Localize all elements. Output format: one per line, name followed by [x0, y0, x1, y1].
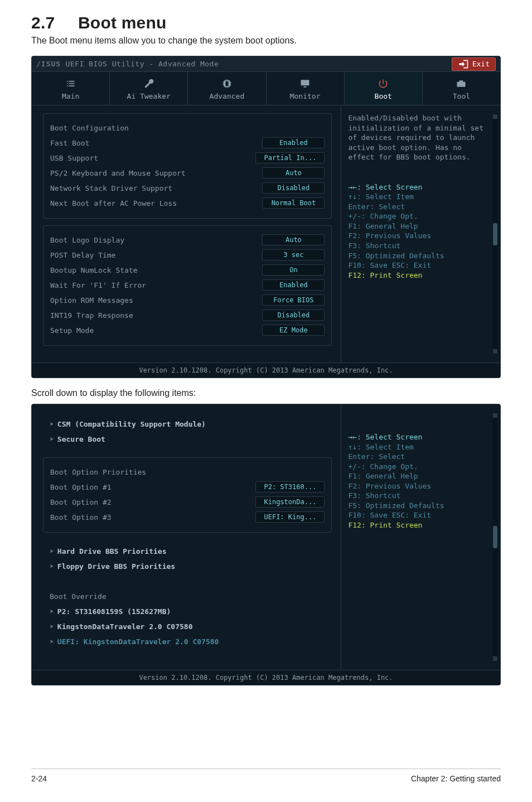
group-title: Boot Configuration	[50, 121, 325, 134]
bios-footer: Version 2.10.1208. Copyright (C) 2013 Am…	[32, 363, 500, 378]
bios-panel-boot: /ISUS UEFI BIOS Utility - Advanced Mode …	[31, 56, 501, 378]
row-value[interactable]: Auto	[262, 167, 325, 178]
tab-monitor-label: Monitor	[290, 92, 321, 100]
bios-left-pane: ➤CSM (Compatibility Support Module) ➤Sec…	[32, 404, 341, 670]
row-setup-mode[interactable]: Setup Mode EZ Mode	[50, 323, 325, 337]
group-title-text: Boot Option Priorities	[50, 468, 146, 476]
row-boot-option-1[interactable]: Boot Option #1 P2: ST3160...	[50, 480, 325, 494]
bios-left-pane: Boot Configuration Fast Boot Enabled USB…	[32, 105, 341, 363]
row-label: USB Support	[50, 154, 98, 162]
row-label: PS/2 Keyboard and Mouse Support	[50, 169, 186, 177]
row-value[interactable]: Normal Boot	[262, 197, 325, 209]
row-boot-logo[interactable]: Boot Logo Display Auto	[50, 233, 325, 247]
row-next-boot[interactable]: Next Boot after AC Power Loss Normal Boo…	[50, 196, 325, 210]
row-fast-boot[interactable]: Fast Boot Enabled	[50, 136, 325, 149]
row-value[interactable]: Auto	[262, 234, 325, 245]
row-value[interactable]: On	[262, 264, 325, 276]
keyhint: F2: Previous Values	[348, 481, 491, 491]
row-value[interactable]: KingstonDa...	[255, 496, 325, 508]
footer-chapter: Chapter 2: Getting started	[411, 774, 501, 783]
menu-rows-bbs: ➤Hard Drive BBS Priorities ➤Floppy Drive…	[43, 539, 332, 578]
row-secure-boot[interactable]: ➤Secure Boot	[50, 432, 325, 446]
scroll-down-icon[interactable]	[493, 349, 497, 354]
keyhint: Enter: Select	[348, 202, 491, 212]
row-floppy-bbs[interactable]: ➤Floppy Drive BBS Priorities	[50, 559, 325, 573]
scrollbar[interactable]	[492, 412, 498, 662]
row-value[interactable]: Enabled	[262, 279, 325, 291]
row-boot-option-3[interactable]: Boot Option #3 UEFI: King...	[50, 510, 325, 524]
tab-tool[interactable]: Tool	[423, 72, 500, 105]
page-footer: 2-24 Chapter 2: Getting started	[31, 774, 501, 783]
row-boot-option-2[interactable]: Boot Option #2 KingstonDa...	[50, 495, 325, 509]
row-label: Next Boot after AC Power Loss	[50, 199, 177, 207]
wrench-icon	[143, 78, 154, 89]
row-value[interactable]: P2: ST3160...	[255, 481, 325, 492]
row-wait-f1[interactable]: Wait For 'F1' If Error Enabled	[50, 278, 325, 292]
row-value[interactable]: Force BIOS	[262, 294, 325, 306]
brand-asus: /ISUS	[36, 60, 61, 68]
keyhint: F1: General Help	[348, 221, 491, 231]
group-boot-config: Boot Configuration Fast Boot Enabled USB…	[43, 113, 332, 219]
row-value[interactable]: UEFI: King...	[255, 511, 325, 523]
row-label: Boot Option #2	[50, 498, 112, 506]
row-value[interactable]: 3 sec	[262, 249, 325, 260]
key-hints: →←: Select Screen ↑↓: Select Item Enter:…	[348, 182, 491, 280]
row-label: ➤Secure Boot	[50, 435, 105, 443]
row-value[interactable]: Partial In...	[255, 152, 325, 163]
row-csm[interactable]: ➤CSM (Compatibility Support Module)	[50, 417, 325, 431]
row-optrom[interactable]: Option ROM Messages Force BIOS	[50, 293, 325, 307]
row-netstack-support[interactable]: Network Stack Driver Support Disabled	[50, 181, 325, 195]
keyhint: F5: Optimized Defaults	[348, 251, 491, 261]
group-boot-override: Boot Override ➤P2: ST31608159S (152627MB…	[43, 584, 332, 653]
row-value[interactable]: Enabled	[262, 137, 325, 148]
chip-icon	[221, 78, 233, 89]
row-value[interactable]: EZ Mode	[262, 325, 325, 336]
bios-topbar: /ISUS UEFI BIOS Utility - Advanced Mode …	[32, 56, 500, 72]
scrollbar[interactable]	[492, 113, 498, 355]
row-label: Option ROM Messages	[50, 296, 133, 305]
row-override-2[interactable]: ➤KingstonDataTraveler 2.0 C07580	[50, 620, 325, 633]
row-label: Wait For 'F1' If Error	[50, 281, 146, 289]
scroll-thumb[interactable]	[493, 223, 497, 245]
row-value[interactable]: Disabled	[262, 310, 325, 321]
row-label: ➤Hard Drive BBS Priorities	[50, 547, 167, 555]
row-override-3[interactable]: ➤UEFI: KingstonDataTraveler 2.0 C07580	[50, 635, 325, 648]
tab-advanced[interactable]: Advanced	[188, 72, 266, 105]
list-icon	[65, 78, 76, 89]
section-number: 2.7	[31, 13, 78, 32]
row-text: Secure Boot	[57, 435, 105, 443]
tab-boot[interactable]: Boot	[345, 72, 423, 105]
keyhint: Enter: Select	[348, 452, 491, 462]
keyhint: F5: Optimized Defaults	[348, 501, 491, 511]
row-post-delay[interactable]: POST Delay Time 3 sec	[50, 248, 325, 262]
group-boot-option-priorities: Boot Option Priorities Boot Option #1 P2…	[43, 457, 332, 533]
scroll-down-icon[interactable]	[493, 656, 497, 661]
footer-rule	[31, 769, 501, 769]
tab-ai-tweaker-label: Ai Tweaker	[127, 92, 171, 100]
row-override-1[interactable]: ➤P2: ST31608159S (152627MB)	[50, 605, 325, 618]
scroll-thumb[interactable]	[493, 526, 497, 548]
tab-main[interactable]: Main	[32, 72, 110, 105]
group-title-text: Boot Configuration	[50, 124, 129, 132]
scroll-up-icon[interactable]	[493, 413, 497, 418]
chevron-right-icon: ➤	[50, 420, 54, 428]
keyhint: +/-: Change Opt.	[348, 211, 491, 221]
tab-ai-tweaker[interactable]: Ai Tweaker	[110, 72, 188, 105]
group-title-text: Boot Override	[50, 592, 107, 601]
row-usb-support[interactable]: USB Support Partial In...	[50, 151, 325, 165]
tab-monitor[interactable]: Monitor	[267, 72, 345, 105]
power-icon	[378, 78, 389, 89]
row-hdd-bbs[interactable]: ➤Hard Drive BBS Priorities	[50, 544, 325, 558]
subheading: Scroll down to display the following ite…	[31, 388, 501, 398]
row-numlock[interactable]: Bootup NumLock State On	[50, 263, 325, 277]
keyhint: F10: Save ESC: Exit	[348, 510, 491, 520]
row-int19[interactable]: INT19 Trap Response Disabled	[50, 308, 325, 322]
row-value[interactable]: Disabled	[262, 182, 325, 194]
row-text: Floppy Drive BBS Priorities	[57, 562, 175, 571]
scroll-up-icon[interactable]	[493, 114, 497, 119]
bios-panel-boot-continued: ➤CSM (Compatibility Support Module) ➤Sec…	[31, 404, 501, 685]
row-ps2-support[interactable]: PS/2 Keyboard and Mouse Support Auto	[50, 166, 325, 180]
document-page: 2.7Boot menu The Boot menu items allow y…	[0, 0, 532, 802]
group-title: Boot Override	[50, 590, 325, 603]
exit-button[interactable]: Exit	[452, 57, 496, 71]
